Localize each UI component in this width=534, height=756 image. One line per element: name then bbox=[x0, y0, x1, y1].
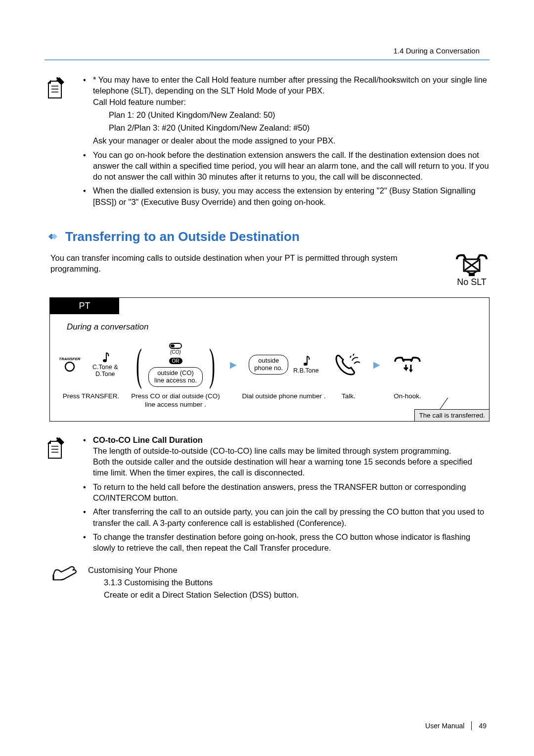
svg-marker-5 bbox=[51, 234, 57, 239]
no-slt-block: No SLT bbox=[454, 252, 490, 287]
bullet-icon: • bbox=[83, 531, 88, 554]
note-feature-label: Call Hold feature number: bbox=[93, 96, 490, 107]
note-block-top: • * You may have to enter the Call Hold … bbox=[44, 74, 490, 209]
customise-desc: Create or edit a Direct Station Selectio… bbox=[104, 589, 299, 601]
note-return: To return to the held call before the de… bbox=[93, 481, 490, 504]
talk-icon bbox=[334, 352, 363, 378]
left-brace: ( bbox=[136, 347, 142, 382]
step3-caption: Dial outside phone number . bbox=[242, 392, 326, 401]
svg-rect-13 bbox=[171, 344, 175, 347]
svg-point-14 bbox=[304, 363, 308, 366]
note-icon bbox=[44, 434, 69, 556]
section-intro: You can transfer incoming calls to outsi… bbox=[50, 252, 444, 275]
customise-link[interactable]: 3.1.3 Customising the Buttons bbox=[104, 578, 213, 587]
svg-marker-17 bbox=[409, 370, 413, 373]
bullet-icon: • bbox=[83, 74, 88, 146]
pill-co-line: outside (CO) line access no. bbox=[148, 367, 203, 387]
page-footer: User Manual 49 bbox=[425, 721, 487, 730]
svg-rect-9 bbox=[469, 273, 475, 276]
customise-heading: Customising Your Phone bbox=[88, 564, 299, 576]
diamond-icon bbox=[44, 231, 60, 242]
footer-manual: User Manual bbox=[425, 722, 464, 730]
transfer-button-label: TRANSFER bbox=[59, 357, 81, 361]
step2-caption: Press CO or dial outside (CO) line acces… bbox=[126, 392, 225, 409]
right-brace: ) bbox=[209, 347, 215, 382]
note-star-text: * You may have to enter the Call Hold fe… bbox=[93, 74, 490, 96]
note-after: After transferring the call to an outsid… bbox=[93, 506, 490, 528]
coco-p2: Both the outside caller and the outside … bbox=[93, 456, 490, 478]
co-button-icon bbox=[169, 342, 182, 349]
procedure-diagram: PT During a conversation TRANSFER C.Tone… bbox=[49, 297, 490, 422]
svg-point-21 bbox=[56, 437, 58, 439]
footer-page: 49 bbox=[479, 722, 487, 730]
music-note-icon bbox=[301, 355, 311, 368]
no-slt-label: No SLT bbox=[454, 277, 490, 287]
note-icon bbox=[44, 74, 69, 209]
note-onhook: You can go on-hook before the destinatio… bbox=[93, 149, 490, 183]
coco-title: CO-to-CO Line Call Duration bbox=[93, 435, 203, 444]
arrow-icon: ▶ bbox=[373, 340, 380, 389]
step1-caption: Press TRANSFER. bbox=[63, 392, 120, 401]
note-plan2: Plan 2/Plan 3: #20 (United Kingdom/New Z… bbox=[109, 122, 490, 133]
customise-block: Customising Your Phone 3.1.3 Customising… bbox=[44, 564, 490, 601]
bullet-icon: • bbox=[83, 149, 88, 183]
onhook-icon bbox=[392, 355, 423, 375]
note-busy: When the dialled extension is busy, you … bbox=[93, 185, 490, 207]
section-title: Transferring to an Outside Destination bbox=[65, 229, 300, 244]
breadcrumb: 1.4 During a Conversation bbox=[394, 47, 480, 55]
note-block-bottom: • CO-to-CO Line Call Duration The length… bbox=[44, 434, 490, 556]
result-callout: The call is transferred. bbox=[414, 409, 490, 422]
tone-label-cd: C.Tone & D.Tone bbox=[88, 364, 123, 378]
hand-point-icon bbox=[50, 564, 80, 601]
context-label: During a conversation bbox=[67, 322, 489, 332]
pill-phone-no: outside phone no. bbox=[249, 355, 288, 375]
bullet-icon: • bbox=[83, 185, 88, 207]
note-plan1: Plan 1: 20 (United Kingdom/New Zealand: … bbox=[109, 109, 490, 120]
note-ask: Ask your manager or dealer about the mod… bbox=[93, 135, 490, 146]
co-label: (CO) bbox=[170, 349, 181, 355]
coco-p1: The length of outside-to-outside (CO-to-… bbox=[93, 445, 490, 456]
svg-point-10 bbox=[65, 362, 74, 371]
arrow-icon: ▶ bbox=[230, 340, 237, 389]
pt-tab: PT bbox=[50, 298, 119, 314]
bullet-icon: • bbox=[83, 434, 88, 478]
tone-label-rb: R.B.Tone bbox=[293, 368, 318, 375]
note-change: To change the transfer destination befor… bbox=[93, 531, 490, 554]
step4-caption: Talk. bbox=[342, 392, 356, 401]
transfer-button-icon bbox=[64, 361, 75, 372]
music-note-icon bbox=[100, 351, 110, 364]
header-rule bbox=[44, 59, 490, 60]
or-badge: OR bbox=[169, 358, 182, 364]
bullet-icon: • bbox=[83, 506, 88, 528]
bullet-icon: • bbox=[83, 481, 88, 504]
svg-point-3 bbox=[56, 77, 58, 79]
step5-caption: On-hook. bbox=[394, 392, 421, 401]
svg-point-11 bbox=[103, 359, 107, 362]
